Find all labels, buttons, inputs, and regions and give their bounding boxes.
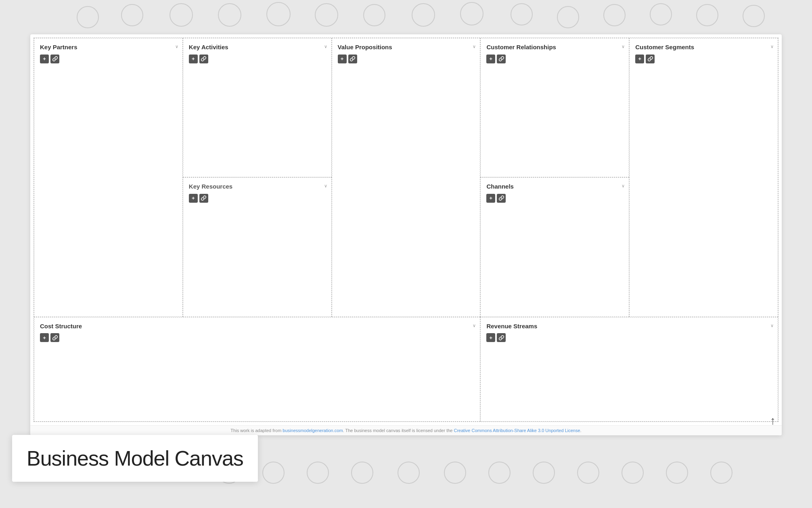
cost-structure-cell: Cost Structure + ∨ xyxy=(34,317,480,422)
bg-circle xyxy=(218,3,241,27)
value-propositions-add-btn[interactable]: + xyxy=(338,55,347,63)
key-resources-title: Key Resources xyxy=(189,183,326,191)
bg-circle xyxy=(603,4,626,26)
revenue-streams-title: Revenue Streams xyxy=(486,322,772,330)
bg-circle xyxy=(650,3,672,25)
bg-circle xyxy=(351,462,373,484)
customer-segments-add-btn[interactable]: + xyxy=(635,55,644,63)
key-resources-chevron[interactable]: ∨ xyxy=(324,183,327,189)
canvas-footer: This work is adapted from businessmodelg… xyxy=(30,425,782,435)
bg-circle xyxy=(577,462,599,484)
channels-chevron[interactable]: ∨ xyxy=(622,183,625,189)
cost-structure-chevron[interactable]: ∨ xyxy=(473,323,476,328)
bg-circle xyxy=(557,6,579,28)
footer-suffix: . The business model canvas itself is li… xyxy=(343,428,454,433)
key-resources-controls: + xyxy=(189,194,326,203)
key-activities-add-btn[interactable]: + xyxy=(189,55,198,63)
channels-link-btn[interactable] xyxy=(497,194,506,203)
link-icon xyxy=(52,56,58,61)
bg-circle xyxy=(77,6,99,28)
customer-segments-title: Customer Segments xyxy=(635,43,772,51)
link-icon xyxy=(499,335,504,340)
key-partners-link-btn[interactable] xyxy=(50,55,59,63)
footer-prefix: This work is adapted from xyxy=(230,428,283,433)
link-icon xyxy=(350,56,355,61)
value-propositions-link-btn[interactable] xyxy=(348,55,357,63)
cost-structure-add-btn[interactable]: + xyxy=(40,333,49,342)
key-activities-title: Key Activities xyxy=(189,43,326,51)
key-partners-cell: Key Partners + ∨ xyxy=(34,38,183,317)
channels-cell: Channels + ∨ xyxy=(480,177,629,317)
canvas-grid: Key Partners + ∨ Key Activities + xyxy=(33,38,779,422)
key-partners-chevron[interactable]: ∨ xyxy=(175,44,178,49)
cost-structure-controls: + xyxy=(40,333,474,342)
footer-link[interactable]: businessmodelgeneration.com xyxy=(283,428,343,433)
revenue-streams-add-btn[interactable]: + xyxy=(486,333,495,342)
key-activities-cell: Key Activities + ∨ xyxy=(183,38,332,177)
key-activities-chevron[interactable]: ∨ xyxy=(324,44,327,49)
business-model-canvas-card: Key Partners + ∨ Key Activities + xyxy=(30,34,782,435)
bg-circle xyxy=(266,2,291,26)
bg-circle xyxy=(511,3,533,25)
footer-end: . xyxy=(580,428,582,433)
key-partners-add-btn[interactable]: + xyxy=(40,55,49,63)
link-icon xyxy=(499,56,504,61)
bg-circle xyxy=(412,3,435,27)
bg-circle xyxy=(121,4,143,26)
key-activities-controls: + xyxy=(189,55,326,63)
customer-relationships-controls: + xyxy=(486,55,623,63)
bg-circle xyxy=(363,4,385,26)
customer-relationships-add-btn[interactable]: + xyxy=(486,55,495,63)
bg-circle xyxy=(488,462,511,484)
link-icon xyxy=(52,335,58,340)
customer-relationships-cell: Customer Relationships + ∨ xyxy=(480,38,629,177)
key-resources-link-btn[interactable] xyxy=(199,194,208,203)
bg-circle xyxy=(170,3,193,27)
value-propositions-chevron[interactable]: ∨ xyxy=(473,44,476,49)
customer-segments-chevron[interactable]: ∨ xyxy=(770,44,774,49)
revenue-streams-chevron[interactable]: ∨ xyxy=(770,323,774,328)
bg-circle xyxy=(460,2,483,25)
bg-circle xyxy=(666,462,688,484)
scroll-top-button[interactable]: ↑ xyxy=(770,414,776,427)
channels-add-btn[interactable]: + xyxy=(486,194,495,203)
footer-license-link[interactable]: Creative Commons Attribution-Share Alike… xyxy=(454,428,580,433)
bg-circle xyxy=(398,462,420,484)
bg-circle xyxy=(743,5,765,27)
revenue-streams-controls: + xyxy=(486,333,772,342)
bg-circle xyxy=(533,462,555,484)
customer-relationships-link-btn[interactable] xyxy=(497,55,506,63)
title-card: Business Model Canvas xyxy=(12,435,258,482)
revenue-streams-cell: Revenue Streams + ∨ xyxy=(480,317,778,422)
channels-controls: + xyxy=(486,194,623,203)
page-title: Business Model Canvas xyxy=(27,446,243,470)
value-propositions-controls: + xyxy=(338,55,475,63)
key-activities-link-btn[interactable] xyxy=(199,55,208,63)
link-icon xyxy=(499,195,504,201)
customer-relationships-title: Customer Relationships xyxy=(486,43,623,51)
bg-circle xyxy=(622,462,644,484)
bg-circle xyxy=(315,3,338,27)
key-resources-cell: Key Resources + ∨ xyxy=(183,177,332,317)
bg-circle xyxy=(262,462,285,484)
revenue-streams-link-btn[interactable] xyxy=(497,333,506,342)
value-propositions-title: Value Propositions xyxy=(338,43,475,51)
customer-segments-link-btn[interactable] xyxy=(646,55,655,63)
bg-circle xyxy=(444,462,466,484)
key-partners-title: Key Partners xyxy=(40,43,177,51)
link-icon xyxy=(648,56,653,61)
link-icon xyxy=(201,56,206,61)
customer-segments-controls: + xyxy=(635,55,772,63)
customer-relationships-chevron[interactable]: ∨ xyxy=(622,44,625,49)
cost-structure-title: Cost Structure xyxy=(40,322,474,330)
bg-circle xyxy=(710,462,732,484)
key-partners-controls: + xyxy=(40,55,177,63)
customer-segments-cell: Customer Segments + ∨ xyxy=(629,38,778,317)
value-propositions-cell: Value Propositions + ∨ xyxy=(332,38,481,317)
bg-circle xyxy=(696,4,718,26)
link-icon xyxy=(201,195,206,201)
channels-title: Channels xyxy=(486,183,623,191)
cost-structure-link-btn[interactable] xyxy=(50,333,59,342)
key-resources-add-btn[interactable]: + xyxy=(189,194,198,203)
bg-circle xyxy=(307,462,329,484)
